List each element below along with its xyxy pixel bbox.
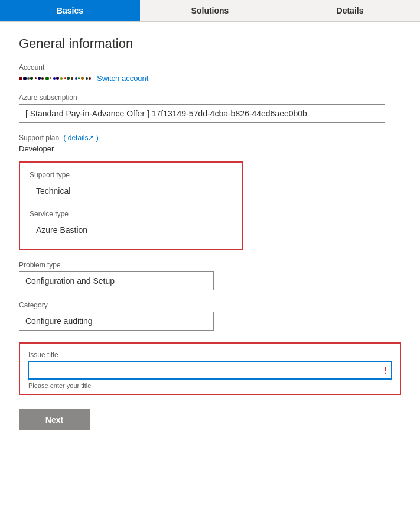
service-type-input[interactable]: [30, 221, 224, 239]
issue-title-label: Issue title: [28, 351, 392, 359]
tab-bar: Basics Solutions Details: [0, 0, 420, 22]
masked-account: [19, 77, 91, 80]
subscription-section: Azure subscription: [19, 93, 401, 123]
support-plan-section: Support plan ( details↗ ) Developer: [19, 134, 401, 153]
next-button[interactable]: Next: [19, 409, 90, 430]
account-label: Account: [19, 63, 401, 72]
subscription-label: Azure subscription: [19, 93, 401, 102]
page-title: General information: [19, 36, 401, 51]
tab-basics[interactable]: Basics: [0, 0, 140, 21]
problem-type-label: Problem type: [19, 261, 401, 269]
issue-title-input[interactable]: [28, 361, 392, 380]
problem-type-section: Problem type: [19, 261, 401, 290]
service-type-label: Service type: [30, 210, 233, 218]
account-section: Account: [19, 63, 401, 83]
issue-title-section: Issue title ! Please enter your title: [19, 342, 401, 395]
next-button-wrap: Next: [19, 409, 401, 430]
subscription-input[interactable]: [19, 104, 385, 123]
category-section: Category: [19, 301, 401, 331]
category-input[interactable]: [19, 312, 214, 331]
support-service-section: Support type Service type: [19, 161, 243, 250]
account-row: Switch account: [19, 74, 401, 83]
service-type-field: Service type: [30, 210, 233, 239]
issue-title-input-wrap: !: [28, 361, 392, 380]
support-plan-details-link[interactable]: ( details↗ ): [63, 134, 98, 142]
switch-account-link[interactable]: Switch account: [97, 74, 148, 83]
tab-solutions[interactable]: Solutions: [140, 0, 280, 21]
problem-type-input[interactable]: [19, 271, 214, 290]
support-plan-label: Support plan ( details↗ ): [19, 134, 401, 142]
exclamation-icon: !: [384, 365, 387, 376]
tab-details[interactable]: Details: [280, 0, 420, 21]
validation-text: Please enter your title: [28, 382, 392, 389]
category-label: Category: [19, 301, 401, 309]
page-content: General information Account: [0, 22, 420, 445]
support-type-label: Support type: [30, 171, 233, 179]
support-type-field: Support type: [30, 171, 233, 200]
support-plan-value: Developer: [19, 144, 401, 153]
support-type-input[interactable]: [30, 182, 224, 200]
